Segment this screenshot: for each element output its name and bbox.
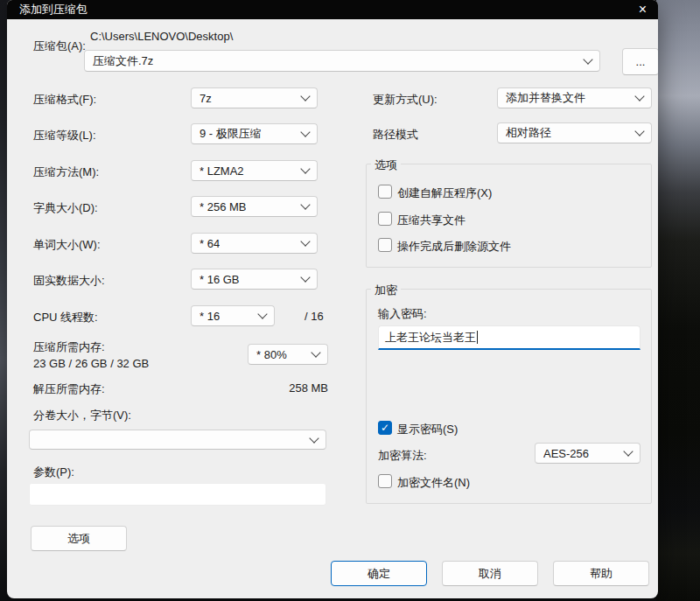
options-button[interactable]: 选项 bbox=[31, 526, 127, 551]
method-label: 压缩方法(M): bbox=[33, 164, 99, 180]
parameters-label: 参数(P): bbox=[33, 465, 74, 480]
archive-name-combobox[interactable]: 压缩文件.7z bbox=[84, 50, 600, 72]
titlebar[interactable]: 添加到压缩包 × bbox=[7, 0, 658, 19]
update-mode-select[interactable]: 添加并替换文件 bbox=[497, 87, 652, 108]
chevron-down-icon bbox=[634, 91, 644, 101]
chevron-down-icon bbox=[634, 126, 644, 136]
text-caret bbox=[477, 331, 478, 344]
password-value: 上老王论坛当老王 bbox=[385, 330, 476, 346]
path-mode-value: 相对路径 bbox=[506, 125, 551, 141]
password-label: 输入密码: bbox=[378, 306, 427, 322]
format-label: 压缩格式(F): bbox=[33, 92, 96, 108]
compress-shared-label: 压缩共享文件 bbox=[397, 213, 466, 228]
compress-shared-checkbox[interactable] bbox=[378, 212, 392, 226]
chevron-down-icon bbox=[309, 433, 318, 443]
volume-size-combobox[interactable] bbox=[29, 430, 326, 450]
options-button-label: 选项 bbox=[67, 531, 90, 547]
browse-button[interactable]: ... bbox=[622, 48, 658, 75]
cancel-button-label: 取消 bbox=[479, 566, 501, 582]
encrypt-filenames-label: 加密文件名(N) bbox=[397, 475, 470, 491]
dictionary-value: * 256 MB bbox=[200, 200, 246, 213]
ok-button[interactable]: 确定 bbox=[331, 561, 427, 586]
level-value: 9 - 极限压缩 bbox=[200, 126, 262, 142]
volume-size-label: 分卷大小，字节(V): bbox=[33, 408, 131, 423]
cpu-threads-value: * 16 bbox=[200, 310, 220, 323]
desktop-background: 添加到压缩包 × 压缩包(A): C:\Users\LENOVO\Desktop… bbox=[0, 0, 700, 601]
word-size-value: * 64 bbox=[200, 237, 220, 250]
update-mode-value: 添加并替换文件 bbox=[506, 90, 585, 106]
archive-label: 压缩包(A): bbox=[33, 38, 86, 54]
cpu-threads-label: CPU 线程数: bbox=[33, 310, 98, 325]
ok-button-label: 确定 bbox=[368, 566, 390, 582]
level-select[interactable]: 9 - 极限压缩 bbox=[191, 123, 318, 144]
chevron-down-icon bbox=[300, 91, 310, 101]
word-size-select[interactable]: * 64 bbox=[191, 233, 318, 254]
level-label: 压缩等级(L): bbox=[33, 128, 96, 143]
chevron-down-icon bbox=[623, 446, 633, 456]
path-mode-label: 路径模式 bbox=[373, 127, 418, 143]
chevron-down-icon bbox=[583, 54, 592, 64]
delete-after-label: 操作完成后删除源文件 bbox=[397, 239, 511, 255]
compress-memory-detail: 23 GB / 26 GB / 32 GB bbox=[33, 357, 149, 370]
cpu-threads-select[interactable]: * 16 bbox=[191, 305, 275, 326]
parameters-input[interactable] bbox=[29, 483, 326, 506]
desktop-wallpaper-right bbox=[656, 0, 700, 601]
show-password-label: 显示密码(S) bbox=[397, 422, 458, 437]
password-input[interactable]: 上老王论坛当老王 bbox=[378, 325, 640, 350]
solid-block-select[interactable]: * 16 GB bbox=[191, 269, 318, 290]
help-button-label: 帮助 bbox=[590, 566, 612, 582]
word-size-label: 单词大小(W): bbox=[33, 237, 101, 253]
archive-path: C:\Users\LENOVO\Desktop\ bbox=[90, 30, 233, 43]
encryption-method-value: AES-256 bbox=[543, 447, 589, 460]
check-icon: ✓ bbox=[381, 423, 389, 433]
format-value: 7z bbox=[200, 92, 212, 105]
path-mode-select[interactable]: 相对路径 bbox=[497, 122, 652, 143]
show-password-checkbox[interactable]: ✓ bbox=[378, 421, 392, 435]
browse-button-label: ... bbox=[636, 55, 646, 68]
dialog-title: 添加到压缩包 bbox=[19, 0, 88, 19]
memory-usage-value: * 80% bbox=[256, 348, 287, 361]
decompress-memory-value: 258 MB bbox=[248, 381, 328, 395]
cpu-threads-max: / 16 bbox=[304, 310, 324, 323]
chevron-down-icon bbox=[300, 199, 310, 209]
encryption-method-label: 加密算法: bbox=[378, 448, 427, 464]
chevron-down-icon bbox=[311, 347, 320, 357]
dictionary-label: 字典大小(D): bbox=[33, 200, 98, 216]
encryption-method-select[interactable]: AES-256 bbox=[535, 443, 640, 464]
encrypt-filenames-checkbox[interactable] bbox=[378, 474, 392, 488]
compress-memory-label: 压缩所需内存: bbox=[33, 339, 105, 355]
method-value: * LZMA2 bbox=[200, 164, 244, 178]
update-mode-label: 更新方式(U): bbox=[373, 92, 438, 108]
method-select[interactable]: * LZMA2 bbox=[191, 160, 318, 181]
chevron-down-icon bbox=[300, 236, 310, 246]
solid-block-label: 固实数据大小: bbox=[33, 273, 105, 289]
chevron-down-icon bbox=[300, 272, 310, 282]
help-button[interactable]: 帮助 bbox=[553, 561, 649, 586]
chevron-down-icon bbox=[257, 309, 267, 318]
chevron-down-icon bbox=[300, 127, 310, 136]
memory-usage-select[interactable]: * 80% bbox=[248, 344, 328, 365]
cancel-button[interactable]: 取消 bbox=[442, 561, 538, 586]
create-sfx-label: 创建自解压程序(X) bbox=[397, 185, 492, 201]
chevron-down-icon bbox=[300, 164, 310, 173]
create-sfx-checkbox[interactable] bbox=[378, 185, 392, 199]
dictionary-select[interactable]: * 256 MB bbox=[191, 196, 318, 217]
delete-after-checkbox[interactable] bbox=[378, 238, 392, 252]
add-to-archive-dialog: 添加到压缩包 × 压缩包(A): C:\Users\LENOVO\Desktop… bbox=[7, 0, 658, 598]
solid-block-value: * 16 GB bbox=[200, 273, 240, 286]
archive-name-value: 压缩文件.7z bbox=[93, 53, 153, 69]
format-select[interactable]: 7z bbox=[191, 87, 318, 108]
decompress-memory-label: 解压所需内存: bbox=[33, 381, 105, 397]
encryption-group-title: 加密 bbox=[371, 283, 401, 298]
close-icon[interactable]: × bbox=[639, 0, 647, 18]
options-group-title: 选项 bbox=[371, 157, 401, 173]
